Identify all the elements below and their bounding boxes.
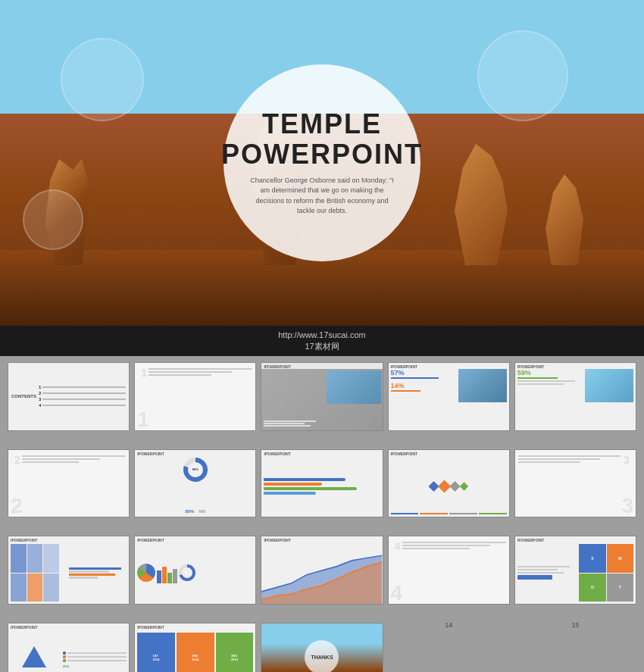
slide-thumb-8[interactable]: IPOWERPOINT 8 bbox=[261, 449, 383, 532]
title-circle: TEMPLE POWERPOINT Chancellor George Osbo… bbox=[224, 64, 420, 261]
slide-thumb-15[interactable]: IPOWERPOINT S W O T 15 bbox=[514, 536, 636, 618]
decoration-circle-topright bbox=[477, 30, 568, 121]
slide-thumb-2[interactable]: 1 1 2 bbox=[134, 362, 256, 445]
rock-formation-4 bbox=[546, 174, 583, 265]
presentation-title: TEMPLE POWERPOINT bbox=[221, 109, 423, 169]
decoration-circle-bottomleft bbox=[23, 189, 83, 250]
url-text: http://www.17sucai.com bbox=[278, 330, 366, 339]
slide-thumb-1[interactable]: CONTENTS 1 2 3 4 1 bbox=[8, 362, 130, 445]
contents-label: CONTENTS bbox=[11, 394, 36, 399]
thanks-circle: THANKS bbox=[305, 640, 339, 672]
slide-thumb-3[interactable]: IPOWERPOINT 3 bbox=[261, 362, 383, 445]
slide-thumb-5[interactable]: IPOWERPOINT 59% 5 bbox=[514, 362, 636, 445]
slide-thumb-17[interactable]: IPOWERPOINT 1ST2014 2ND2014 3RD2014 17 bbox=[134, 623, 256, 672]
slide-thumb-18[interactable]: THANKS 18 bbox=[261, 623, 383, 672]
slide-number-15: 15 bbox=[514, 621, 636, 629]
thumbnails-grid: CONTENTS 1 2 3 4 1 bbox=[0, 356, 644, 672]
contents-list: 1 2 3 4 bbox=[39, 385, 126, 408]
slide-thumb-9[interactable]: IPOWERPOINT 9 bbox=[388, 449, 510, 532]
slide-thumb-10[interactable]: 3 3 10 bbox=[514, 449, 636, 532]
slide-thumb-14[interactable]: 4 4 14 bbox=[388, 536, 510, 618]
slide-thumb-13[interactable]: IPOWERPOINT 13 bbox=[261, 536, 383, 618]
main-preview: TEMPLE POWERPOINT Chancellor George Osbo… bbox=[0, 0, 644, 326]
slide-thumb-6[interactable]: 2 2 6 bbox=[8, 449, 130, 532]
slide-number-14: 14 bbox=[388, 621, 510, 629]
decoration-circle-topleft bbox=[61, 38, 144, 121]
slide-thumb-7[interactable]: IPOWERPOINT 80% 80% NN 7 bbox=[134, 449, 256, 532]
subtitle-text: Chancellor George Osborne said on Monday… bbox=[246, 176, 398, 217]
rock-formation-3 bbox=[455, 144, 508, 265]
ground bbox=[0, 250, 644, 326]
slide-thumb-11[interactable]: IPOWERPOINT 11 bbox=[8, 536, 130, 618]
slide-thumb-16[interactable]: IPOWERPOINT 2014 16 bbox=[8, 623, 130, 672]
url-bar: http://www.17sucai.com 17素材网 bbox=[0, 326, 644, 356]
slide-thumb-4[interactable]: IPOWERPOINT 57% 14% 4 bbox=[388, 362, 510, 445]
url-label: 17素材网 bbox=[305, 341, 339, 352]
slide-thumb-12[interactable]: IPOWERPOINT 12 bbox=[134, 536, 256, 618]
